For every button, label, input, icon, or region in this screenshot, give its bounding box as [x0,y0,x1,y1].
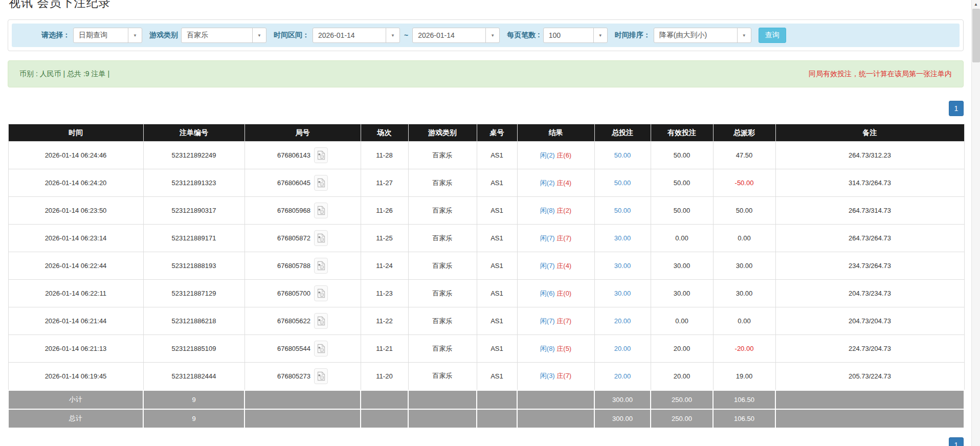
cell-payout: 50.00 [713,197,775,225]
date-to-value: 2026-01-14 [413,31,485,39]
cell-total-bet: 30.00 [594,280,651,307]
total-bet-link[interactable]: 50.00 [614,207,631,214]
cell-remark: 204.73/204.73 [775,307,964,335]
total-bet-link[interactable]: 20.00 [614,372,631,380]
result-banker: 庄(6) [556,151,571,159]
video-icon[interactable] [314,313,328,329]
cell-payout: 47.50 [713,142,775,169]
sum-label: 小计 [8,390,143,409]
cell-remark: 314.73/264.73 [775,169,964,197]
cell-remark: 205.73/224.73 [775,363,964,390]
video-icon[interactable] [314,147,328,163]
summary-bar: 币别 : 人民币 | 总共 :9 注单 | 同局有效投注，统一计算在该局第一张注… [8,60,964,87]
cell-result: 闲(7) 庄(4) [517,252,594,280]
cell-table-no: AS1 [477,142,517,169]
round-number: 676805968 [277,207,310,214]
video-icon[interactable] [314,341,328,356]
vertical-scrollbar[interactable]: ▲ [971,0,980,446]
sum-payout: 106.50 [713,390,775,409]
result-player: 闲(3) [540,372,555,380]
chevron-down-icon[interactable]: ▼ [593,28,607,42]
page-size-select[interactable]: 100 ▼ [543,28,608,43]
chevron-down-icon[interactable]: ▼ [252,28,266,42]
sum-label: 总计 [8,409,143,428]
cell-valid-bet: 50.00 [651,197,713,225]
table-row: 2026-01-14 06:23:50523121890317676805968… [8,197,964,225]
total-bet-link[interactable]: 50.00 [614,179,631,187]
cell-time: 2026-01-14 06:22:11 [8,280,143,307]
total-bet-link[interactable]: 20.00 [614,345,631,352]
valid-bet-note: 同局有效投注，统一计算在该局第一张注单内 [809,70,952,79]
page-1-button[interactable]: 1 [949,101,964,116]
page-1-button-bottom[interactable]: 1 [949,437,964,446]
cell-table-no: AS1 [477,335,517,363]
cell-payout: 0.00 [713,307,775,335]
search-button[interactable]: 查询 [759,28,786,43]
sum-count: 9 [143,390,244,409]
table-row: 2026-01-14 06:22:44523121888193676805788… [8,252,964,280]
cell-bet-id: 523121885109 [143,335,244,363]
result-banker: 庄(7) [556,372,571,380]
scrollbar-thumb[interactable] [972,9,980,62]
cell-payout: 19.00 [713,363,775,390]
cell-time: 2026-01-14 06:23:50 [8,197,143,225]
col-game-type: 游戏类别 [408,124,477,142]
round-number: 676805622 [277,317,310,325]
result-player: 闲(7) [540,234,555,242]
query-type-value: 日期查询 [74,31,128,40]
video-icon[interactable] [314,368,328,384]
cell-total-bet: 30.00 [594,225,651,252]
cell-round: 676806045 [244,169,361,197]
sort-order-select[interactable]: 降幂(由大到小) ▼ [654,28,751,43]
total-bet-link[interactable]: 30.00 [614,262,631,270]
result-player: 闲(8) [540,207,555,214]
cell-valid-bet: 50.00 [651,169,713,197]
col-remark: 备注 [775,124,964,142]
cell-time: 2026-01-14 06:23:14 [8,225,143,252]
cell-result: 闲(7) 庄(7) [517,307,594,335]
cell-total-bet: 50.00 [594,197,651,225]
total-bet-link[interactable]: 50.00 [614,151,631,159]
cell-session: 11-21 [361,335,408,363]
date-to-select[interactable]: 2026-01-14 ▼ [412,28,500,43]
total-bet-link[interactable]: 30.00 [614,289,631,297]
chevron-down-icon[interactable]: ▼ [485,28,499,42]
video-icon[interactable] [314,285,328,301]
cell-payout: 30.00 [713,252,775,280]
col-bet-id: 注单编号 [143,124,244,142]
query-type-select[interactable]: 日期查询 ▼ [73,28,142,43]
cell-table-no: AS1 [477,225,517,252]
game-type-select[interactable]: 百家乐 ▼ [181,28,266,43]
table-body: 2026-01-14 06:24:46523121892249676806143… [8,142,964,428]
total-bet-link[interactable]: 30.00 [614,234,631,242]
cell-round: 676805788 [244,252,361,280]
video-icon[interactable] [314,175,328,191]
video-icon[interactable] [314,230,328,246]
chevron-down-icon[interactable]: ▼ [737,28,751,42]
pagination-bottom: 1 [8,437,964,446]
result-banker: 庄(4) [556,179,571,187]
sum-count: 9 [143,409,244,428]
cell-time: 2026-01-14 06:21:13 [8,335,143,363]
col-total-bet: 总投注 [594,124,651,142]
chevron-down-icon[interactable]: ▼ [128,28,142,42]
col-result: 结果 [517,124,594,142]
cell-payout: -20.00 [713,335,775,363]
date-from-select[interactable]: 2026-01-14 ▼ [313,28,400,43]
round-number: 676805544 [277,345,310,352]
video-icon[interactable] [314,258,328,274]
cell-valid-bet: 30.00 [651,280,713,307]
col-round: 局号 [244,124,361,142]
cell-time: 2026-01-14 06:19:45 [8,363,143,390]
chevron-down-icon[interactable]: ▼ [386,28,399,42]
scroll-up-icon[interactable]: ▲ [972,0,980,9]
total-bet-link[interactable]: 20.00 [614,317,631,325]
page-title-wrapper: 视讯 会员下注纪录 [8,0,964,11]
cell-valid-bet: 20.00 [651,363,713,390]
result-banker: 庄(0) [556,289,571,297]
cell-round: 676805968 [244,197,361,225]
cell-game-type: 百家乐 [408,335,477,363]
subtotal-row: 小计9300.00250.00106.50 [8,390,964,409]
currency-summary-text: 币别 : 人民币 | 总共 :9 注单 | [19,70,109,79]
video-icon[interactable] [314,203,328,218]
